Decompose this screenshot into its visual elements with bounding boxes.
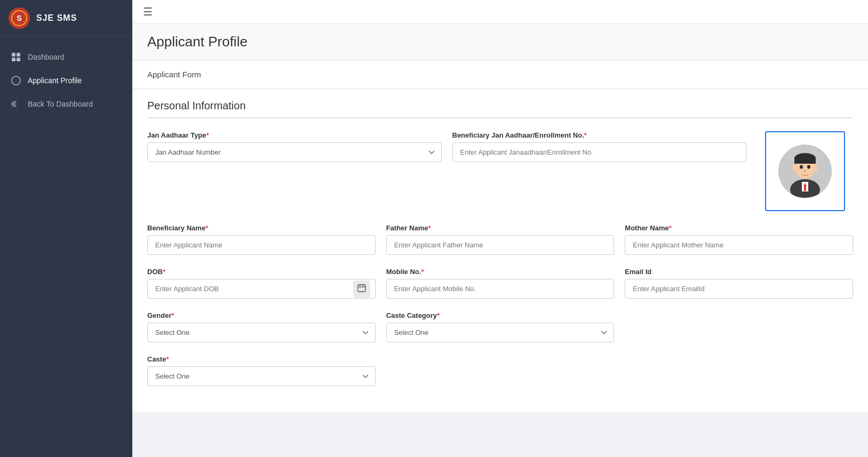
sidebar-item-applicant-profile-label: Applicant Profile <box>28 76 82 85</box>
mobile-no-label: Mobile No.* <box>386 268 615 276</box>
svg-point-7 <box>12 76 20 85</box>
sidebar-item-back-to-dashboard[interactable]: Back To Dashboard <box>0 92 132 116</box>
beneficiary-jan-aadhaar-label: Beneficiary Jan Aadhaar/Enrollment No.* <box>452 131 747 139</box>
svg-rect-6 <box>17 58 20 61</box>
beneficiary-name-input[interactable] <box>147 235 376 255</box>
svg-point-17 <box>800 165 803 169</box>
dob-input-wrapper <box>147 279 376 299</box>
main-content: ☰ Applicant Profile Applicant Form Perso… <box>132 0 868 457</box>
email-id-group: Email Id <box>625 268 853 299</box>
caste-label: Caste* <box>147 355 376 363</box>
back-icon <box>11 99 21 109</box>
svg-rect-13 <box>804 186 806 191</box>
caste-category-select[interactable]: Select One General OBC SC ST <box>386 323 615 342</box>
sidebar-item-back-label: Back To Dashboard <box>28 100 93 108</box>
form-row-caste: Caste* Select One <box>147 355 853 386</box>
personal-info-label: Personal Information <box>147 100 246 111</box>
jan-aadhaar-type-select[interactable]: Jan Aadhaar Number Enrollment No <box>147 142 442 162</box>
mother-name-label: Mother Name* <box>625 224 853 232</box>
svg-rect-4 <box>17 53 20 57</box>
svg-text:S: S <box>17 14 21 22</box>
svg-rect-3 <box>12 53 15 57</box>
form-card: Applicant Form Personal Information Jan … <box>132 60 868 412</box>
sidebar-item-dashboard[interactable]: Dashboard <box>0 45 132 69</box>
sidebar-item-applicant-profile[interactable]: Applicant Profile <box>0 69 132 92</box>
hamburger-icon[interactable]: ☰ <box>143 5 153 18</box>
mobile-no-input[interactable] <box>386 279 615 299</box>
beneficiary-name-group: Beneficiary Name* <box>147 224 376 255</box>
page-header: Applicant Profile <box>132 24 868 60</box>
app-title: SJE SMS <box>36 13 77 23</box>
photo-upload-group <box>757 131 853 211</box>
father-name-label: Father Name* <box>386 224 615 232</box>
sidebar-nav: Dashboard Applicant Profile Back To Dash… <box>0 37 132 457</box>
beneficiary-jan-aadhaar-group: Beneficiary Jan Aadhaar/Enrollment No.* <box>452 131 747 162</box>
dob-label: DOB* <box>147 268 376 276</box>
sidebar-item-dashboard-label: Dashboard <box>28 53 65 61</box>
email-id-label: Email Id <box>625 268 853 276</box>
svg-point-18 <box>807 165 810 169</box>
applicant-profile-icon <box>11 75 21 86</box>
caste-group: Caste* Select One <box>147 355 376 386</box>
topbar: ☰ <box>132 0 868 24</box>
svg-point-20 <box>792 165 797 171</box>
app-logo: S <box>9 7 30 29</box>
form-section-label: Applicant Form <box>147 70 201 79</box>
sidebar: S SJE SMS Dashboard Applicant Pr <box>0 0 132 457</box>
form-row-aadhaar: Jan Aadhaar Type* Jan Aadhaar Number Enr… <box>147 131 853 211</box>
calendar-icon[interactable] <box>353 280 370 298</box>
form-section-header: Applicant Form <box>132 60 868 89</box>
photo-upload-box[interactable] <box>765 131 845 211</box>
svg-rect-22 <box>358 285 365 292</box>
mobile-no-group: Mobile No.* <box>386 268 615 299</box>
mother-name-group: Mother Name* <box>625 224 853 255</box>
beneficiary-jan-aadhaar-input[interactable] <box>452 142 747 162</box>
svg-point-21 <box>814 165 818 171</box>
svg-rect-16 <box>794 158 816 164</box>
required-marker-2: * <box>584 131 587 139</box>
svg-rect-5 <box>12 58 15 61</box>
svg-point-19 <box>804 170 806 172</box>
caste-select[interactable]: Select One <box>147 366 376 386</box>
dob-input[interactable] <box>147 279 376 299</box>
form-body: Jan Aadhaar Type* Jan Aadhaar Number Enr… <box>132 118 868 412</box>
gender-group: Gender* Select One Male Female Other <box>147 311 376 342</box>
caste-category-label: Caste Category* <box>386 311 615 319</box>
jan-aadhaar-type-group: Jan Aadhaar Type* Jan Aadhaar Number Enr… <box>147 131 442 162</box>
content-area: Applicant Form Personal Information Jan … <box>132 60 868 457</box>
avatar <box>778 145 832 198</box>
father-name-group: Father Name* <box>386 224 615 255</box>
required-marker: * <box>206 131 209 139</box>
dashboard-icon <box>11 52 21 62</box>
jan-aadhaar-type-label: Jan Aadhaar Type* <box>147 131 442 139</box>
father-name-input[interactable] <box>386 235 615 255</box>
mother-name-input[interactable] <box>625 235 853 255</box>
email-id-input[interactable] <box>625 279 853 299</box>
sidebar-header: S SJE SMS <box>0 0 132 37</box>
dob-group: DOB* <box>147 268 376 299</box>
gender-label: Gender* <box>147 311 376 319</box>
caste-category-group: Caste Category* Select One General OBC S… <box>386 311 615 342</box>
page-title: Applicant Profile <box>147 34 853 50</box>
form-row-gender-caste: Gender* Select One Male Female Other Cas… <box>147 311 853 342</box>
form-row-dob-mobile-email: DOB* <box>147 268 853 299</box>
personal-info-header: Personal Information <box>132 89 868 117</box>
form-row-names: Beneficiary Name* Father Name* Mother Na… <box>147 224 853 255</box>
beneficiary-name-label: Beneficiary Name* <box>147 224 376 232</box>
gender-select[interactable]: Select One Male Female Other <box>147 323 376 342</box>
